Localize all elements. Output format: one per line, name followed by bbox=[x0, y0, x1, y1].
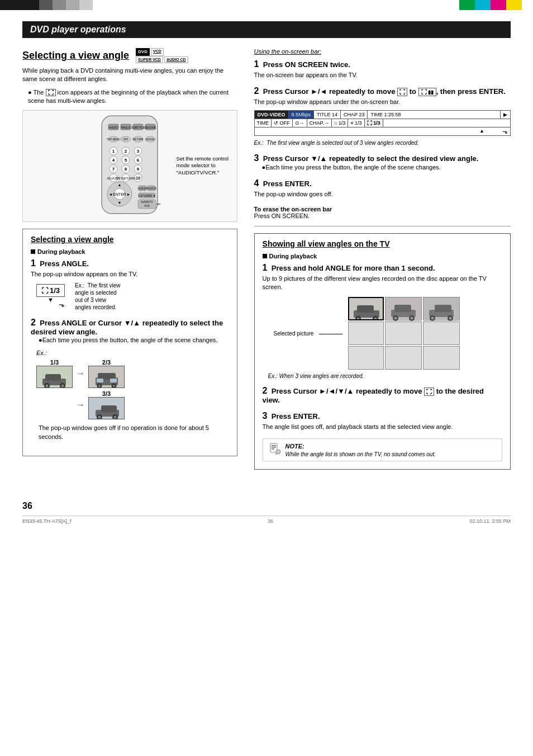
svg-text:►: ► bbox=[127, 192, 131, 196]
top-decorative-bar bbox=[0, 0, 533, 10]
grid-cell-5 bbox=[385, 322, 422, 345]
osd-chap: CHAP 23 bbox=[341, 111, 368, 119]
left-main-title: Selecting a view angle DVD VCD SUPER VCD… bbox=[22, 48, 237, 63]
right-step-1: 1 Press ON SCREEN twice. The on-screen b… bbox=[254, 59, 511, 79]
svg-text:DECODE: DECODE bbox=[145, 126, 157, 129]
grid-cell-8 bbox=[385, 346, 422, 370]
svg-rect-60 bbox=[45, 374, 61, 381]
svg-rect-104 bbox=[272, 447, 276, 448]
svg-text:8: 8 bbox=[125, 167, 127, 172]
right-column: Using the on-screen bar: 1 Press ON SCRE… bbox=[254, 48, 511, 479]
showing-angles-subsection: Showing all view angles on the TV During… bbox=[254, 233, 511, 470]
svg-point-94 bbox=[411, 317, 413, 320]
square-bullet-icon bbox=[31, 249, 35, 254]
angle-target-display: ⛶▮▮ bbox=[418, 88, 436, 96]
svg-line-107 bbox=[275, 453, 277, 455]
showing-step-3: 3 Press ENTER. The angle list goes off, … bbox=[263, 411, 502, 431]
svg-point-79 bbox=[98, 416, 101, 419]
svg-text:AUDIO: AUDIO bbox=[109, 126, 118, 129]
svg-text:4: 4 bbox=[112, 158, 115, 163]
bar-seg-2 bbox=[22, 0, 39, 10]
showing-step-2: 2 Press Cursor ►/◄/▼/▲ repeatedly to mov… bbox=[263, 386, 502, 404]
svg-point-63 bbox=[46, 385, 49, 388]
angle-grid-container: Selected picture ——— bbox=[274, 297, 502, 370]
left-step-1: 1 Press ANGLE. The pop-up window appears… bbox=[31, 258, 229, 311]
frame-row-2: → 3/3 bbox=[36, 390, 229, 419]
angle-display-value: 1/3 bbox=[50, 286, 60, 295]
badge-super-vcd: SUPER VCD bbox=[136, 56, 163, 63]
dvd-badge-group: DVD VCD SUPER VCD AUDIO CD bbox=[136, 48, 188, 63]
two-column-layout: Selecting a view angle DVD VCD SUPER VCD… bbox=[22, 48, 511, 479]
svg-point-64 bbox=[61, 385, 64, 388]
frame-2-3: 2/3 bbox=[88, 359, 125, 388]
osd-circle: ⊙→ bbox=[293, 119, 307, 127]
svg-rect-83 bbox=[357, 305, 374, 313]
svg-text:7: 7 bbox=[112, 167, 115, 172]
svg-rect-69 bbox=[110, 379, 117, 382]
badge-dvd: DVD bbox=[136, 48, 150, 56]
using-bar-title: Using the on-screen bar: bbox=[254, 48, 511, 55]
left-title-text: Selecting a view angle bbox=[22, 50, 129, 62]
page-number: 36 bbox=[22, 501, 32, 511]
remote-control-diagram: AUDIO ANGLE SUBTITLE DECODE TOP MENU OFF… bbox=[22, 110, 237, 222]
osd-container: DVD-VIDEO 8.5Mbps TITLE 14 CHAP 23 TIME … bbox=[254, 110, 511, 136]
frame1-img bbox=[36, 366, 73, 388]
osd-play: ▶ bbox=[501, 111, 510, 119]
osd-time: TIME 1:25:58 bbox=[368, 111, 501, 119]
frame3-img bbox=[88, 397, 125, 419]
svg-text:ENTER: ENTER bbox=[113, 192, 126, 196]
osd-row-1: DVD-VIDEO 8.5Mbps TITLE 14 CHAP 23 TIME … bbox=[254, 110, 511, 119]
erase-title: To erase the on-screen bar bbox=[254, 206, 332, 212]
svg-point-93 bbox=[394, 317, 397, 320]
svg-text:ANGLE: ANGLE bbox=[121, 126, 131, 129]
osd-ex-note: Ex.: The first view angle is selected ou… bbox=[254, 139, 511, 147]
frame-row: 1/3 bbox=[36, 359, 229, 388]
step3-bullet1: ●Each time you press the button, the ang… bbox=[262, 163, 511, 172]
bar-seg-yellow bbox=[506, 0, 522, 10]
frame3-label: 3/3 bbox=[102, 390, 111, 397]
svg-text:TV/VCR: TV/VCR bbox=[146, 187, 157, 190]
svg-text:TV RETURN: TV RETURN bbox=[116, 177, 135, 180]
osd-off: ↺ OFF bbox=[272, 119, 293, 127]
erase-text: Press ON SCREEN. bbox=[254, 212, 310, 219]
angle-view-grid bbox=[348, 297, 460, 370]
grid-cell-6 bbox=[423, 322, 460, 345]
angle-camera-icon: ⛶ bbox=[41, 287, 48, 295]
bar-seg-6 bbox=[79, 0, 93, 10]
svg-rect-76 bbox=[101, 405, 117, 412]
svg-point-101 bbox=[449, 317, 452, 320]
frame2-label: 2/3 bbox=[102, 359, 111, 366]
badge-audio-cd: AUDIO CD bbox=[164, 56, 188, 63]
footer-left: EN33-45.TH-A75[A]_f bbox=[22, 518, 72, 524]
svg-point-86 bbox=[357, 318, 360, 320]
svg-text:9: 9 bbox=[137, 167, 140, 172]
svg-text:10: 10 bbox=[136, 176, 140, 180]
osd-eq: ≡ 1/3 bbox=[348, 119, 364, 127]
angle-ex-note: Ex.: The first viewangle is selectedout … bbox=[75, 282, 121, 311]
angle-icon-inline: ⛶ bbox=[397, 88, 407, 96]
svg-text:◄: ◄ bbox=[109, 192, 113, 196]
svg-text:RETURN: RETURN bbox=[133, 138, 144, 141]
erase-section: To erase the on-screen bar Press ON SCRE… bbox=[254, 206, 511, 219]
during-playback-label: During playback bbox=[31, 248, 229, 255]
svg-text:5: 5 bbox=[125, 158, 127, 163]
step2-bullet2: The pop-up window goes off if no operati… bbox=[39, 424, 229, 441]
svg-rect-105 bbox=[272, 448, 274, 450]
frame1-label: 1/3 bbox=[50, 359, 59, 366]
frame-3-3: 3/3 bbox=[88, 390, 125, 419]
badge-vcd: VCD bbox=[151, 48, 164, 56]
svg-rect-103 bbox=[272, 445, 276, 446]
osd-indicator: ▲ bbox=[255, 127, 500, 135]
svg-text:▼: ▼ bbox=[118, 201, 122, 205]
bar-seg-white2 bbox=[522, 0, 533, 10]
left-step-2: 2 Press ANGLE or Cursor ▼/▲ repeatedly t… bbox=[31, 318, 229, 441]
grid-cell-4 bbox=[348, 322, 384, 345]
bar-seg-5 bbox=[66, 0, 79, 10]
selected-picture-label: Selected picture bbox=[274, 330, 314, 337]
angle-example-display: ⛶ 1/3 ▼ ⬎ Ex.: The first viewangle is se… bbox=[36, 282, 229, 311]
svg-point-87 bbox=[374, 318, 377, 320]
showing-title: Showing all view angles on the TV bbox=[263, 239, 502, 248]
svg-rect-68 bbox=[97, 379, 103, 382]
selecting-angle-subsection: Selecting a view angle During playback 1… bbox=[22, 229, 237, 457]
osd-cursor: ⬎ bbox=[500, 127, 510, 135]
